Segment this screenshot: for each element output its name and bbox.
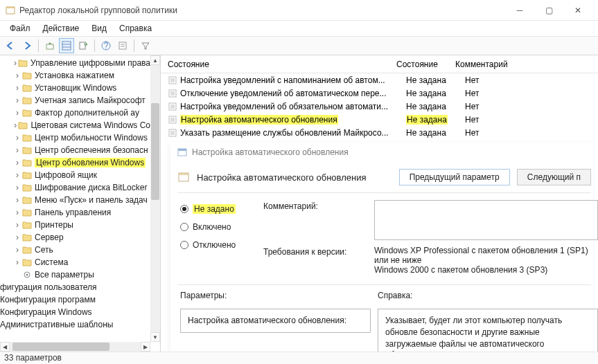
next-param-button[interactable]: Следующий п [517, 169, 591, 185]
tree-item[interactable]: ›Центр обновления Windows [0, 156, 150, 169]
menu-file[interactable]: Файл [4, 22, 36, 35]
menu-action[interactable]: Действие [37, 22, 85, 35]
tree-item[interactable]: Конфигурация программ [0, 293, 150, 306]
prev-param-button[interactable]: Предыдущий параметр [399, 169, 510, 185]
comment-textbox[interactable] [374, 200, 598, 240]
folder-icon [22, 84, 32, 92]
tree-item[interactable]: ›Установщик Windows [0, 82, 150, 94]
list-header: Состояние Состояние Комментарий [161, 55, 598, 73]
scroll-thumb[interactable] [151, 103, 159, 200]
tree-item[interactable]: Административные шаблоны [0, 318, 150, 331]
params-box: Настройка автоматического обновления: [180, 309, 371, 333]
tree-item-label: Панель управления [35, 208, 111, 217]
tree-pane: ›Управление цифровыми права›Установка на… [0, 55, 161, 352]
svg-point-13 [26, 274, 28, 276]
list-row[interactable]: Настройка автоматического обновленияНе з… [161, 113, 598, 126]
col-status[interactable]: Состояние [396, 60, 455, 69]
vertical-scrollbar[interactable]: ▲ ▼ [150, 55, 160, 342]
minimize-button[interactable]: ─ [505, 1, 534, 20]
item-icon [168, 128, 177, 138]
chevron-right-icon[interactable]: › [12, 257, 22, 267]
tree-item-label: Шифрование диска BitLocker [35, 183, 147, 192]
menu-help[interactable]: Справка [114, 22, 157, 35]
up-button[interactable] [42, 38, 58, 53]
chevron-right-icon[interactable]: › [12, 108, 22, 118]
tree-item[interactable]: фигурация пользователя [0, 281, 150, 293]
app-icon [6, 6, 15, 15]
tree-item[interactable]: Конфигурация Windows [0, 306, 150, 318]
item-icon [168, 115, 177, 125]
chevron-right-icon[interactable]: › [12, 233, 22, 242]
folder-icon [22, 96, 32, 104]
tree-item[interactable]: ›Система [0, 256, 150, 269]
maximize-button[interactable]: ▢ [534, 1, 563, 20]
chevron-right-icon[interactable]: › [12, 245, 22, 255]
tree-item[interactable]: ›Фактор дополнительной ау [0, 107, 150, 119]
tree-item[interactable]: ›Установка нажатием [0, 69, 150, 82]
tree-item[interactable]: ›Управление цифровыми права [0, 57, 150, 69]
item-icon [168, 75, 177, 85]
tree-item[interactable]: ›Цветовая система Windows Co [0, 119, 150, 131]
hscroll-thumb[interactable] [12, 343, 109, 351]
tree-item[interactable]: ›Цифровой ящик [0, 169, 150, 181]
horizontal-scrollbar[interactable]: ◀ ▶ [0, 342, 150, 352]
svg-rect-6 [80, 42, 85, 49]
folder-icon [22, 221, 32, 229]
chevron-right-icon[interactable]: › [12, 170, 22, 180]
properties-button[interactable] [115, 38, 130, 53]
col-state[interactable]: Состояние [168, 60, 396, 69]
chevron-right-icon[interactable]: › [12, 71, 22, 80]
tree-item-label: Центр обновления Windows [35, 158, 146, 167]
chevron-right-icon[interactable]: › [12, 58, 18, 68]
scroll-up-arrow[interactable]: ▲ [150, 55, 160, 65]
scroll-down-arrow[interactable]: ▼ [150, 332, 160, 342]
chevron-right-icon[interactable]: › [12, 133, 22, 143]
nav-tree[interactable]: ›Управление цифровыми права›Установка на… [0, 55, 150, 332]
tree-item[interactable]: ›Сеть [0, 244, 150, 256]
chevron-right-icon[interactable]: › [12, 195, 22, 205]
menu-view[interactable]: Вид [86, 22, 112, 35]
policy-list[interactable]: Настройка уведомлений с напоминанием об … [161, 73, 598, 139]
gear-icon [22, 270, 32, 280]
folder-icon [18, 59, 28, 67]
tree-item[interactable]: ›Панель управления [0, 206, 150, 219]
chevron-right-icon[interactable]: › [12, 183, 22, 192]
list-row[interactable]: Настройка уведомлений с напоминанием об … [161, 73, 598, 87]
radio-disabled[interactable]: Отключено [180, 236, 263, 254]
tree-item[interactable]: ›Шифрование диска BitLocker [0, 181, 150, 194]
chevron-right-icon[interactable]: › [12, 208, 22, 217]
tree-item[interactable]: ›Учетная запись Майкрософт [0, 94, 150, 107]
forward-button[interactable] [19, 38, 35, 53]
chevron-right-icon[interactable]: › [12, 120, 18, 130]
export-button[interactable] [76, 38, 91, 53]
close-button[interactable]: ✕ [563, 1, 592, 20]
tree-item[interactable]: ›Меню «Пуск» и панель задач [0, 194, 150, 206]
tree-item-label: Установка нажатием [35, 71, 114, 80]
list-row[interactable]: Указать размещение службы обновлений Май… [161, 126, 598, 139]
back-button[interactable] [3, 38, 18, 53]
tree-item[interactable]: ›Центр мобильности Windows [0, 131, 150, 144]
tree-item[interactable]: ›Принтеры [0, 219, 150, 231]
tree-item[interactable]: ›Центр обеспечения безопасн [0, 144, 150, 156]
list-view-button[interactable] [59, 38, 74, 53]
col-comment[interactable]: Комментарий [455, 60, 598, 69]
chevron-right-icon[interactable]: › [12, 145, 22, 155]
filter-button[interactable] [138, 38, 153, 53]
tree-item-label: Управление цифровыми права [30, 58, 150, 68]
chevron-right-icon[interactable]: › [12, 220, 22, 230]
chevron-right-icon[interactable]: › [12, 95, 22, 105]
radio-not-configured[interactable]: Не задано [180, 200, 263, 218]
radio-enabled[interactable]: Включено [180, 218, 263, 236]
chevron-right-icon[interactable]: › [12, 83, 22, 93]
tree-item[interactable]: Все параметры [0, 269, 150, 281]
scroll-right-arrow[interactable]: ▶ [141, 342, 150, 352]
list-row[interactable]: Отключение уведомлений об автоматическом… [161, 87, 598, 100]
folder-icon [22, 196, 32, 204]
chevron-right-icon[interactable]: › [12, 158, 22, 167]
scroll-left-arrow[interactable]: ◀ [0, 342, 10, 352]
tree-item[interactable]: ›Сервер [0, 231, 150, 244]
list-row[interactable]: Настройка уведомлений об обязательном ав… [161, 100, 598, 113]
folder-icon [22, 158, 32, 167]
svg-rect-3 [62, 42, 71, 50]
help-button[interactable]: ? [98, 38, 114, 53]
